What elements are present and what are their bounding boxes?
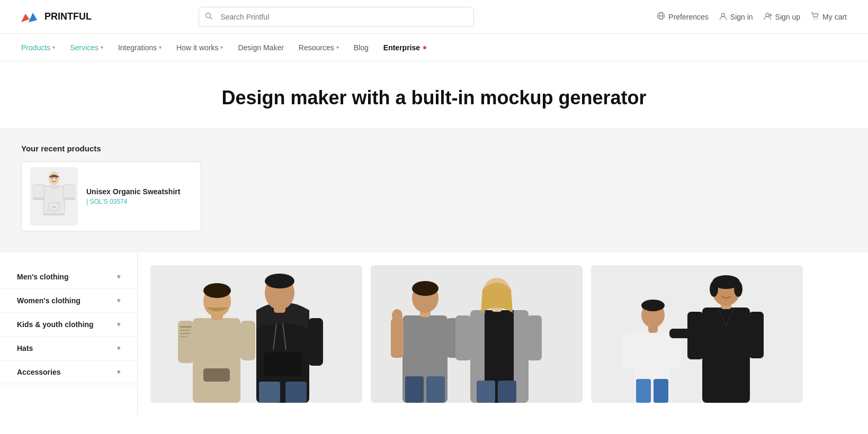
nav-how-it-works[interactable]: How it works ▾	[176, 43, 223, 52]
chevron-down-icon: ▾	[52, 44, 55, 50]
nav-design-maker[interactable]: Design Maker	[238, 43, 283, 52]
sidebar: Men's clothing ▾ Women's clothing ▾ Kids…	[0, 252, 138, 415]
svg-point-85	[734, 281, 742, 297]
nav-enterprise[interactable]: Enterprise	[383, 43, 426, 52]
sidebar-item-kids[interactable]: Kids & youth clothing ▾	[0, 313, 137, 337]
chevron-down-icon: ▾	[101, 44, 103, 50]
svg-rect-48	[285, 382, 307, 403]
chevron-down-icon: ▾	[220, 44, 223, 50]
chevron-down-icon: ▾	[117, 345, 120, 352]
svg-point-14	[817, 19, 818, 20]
logo-text: PRINTFUL	[44, 11, 92, 22]
mens-product-card[interactable]	[150, 265, 362, 403]
sidebar-item-womens[interactable]: Women's clothing ▾	[0, 289, 137, 313]
svg-rect-47	[259, 382, 280, 403]
preferences-button[interactable]: Preferences	[657, 12, 708, 22]
womens-card-image	[371, 265, 583, 403]
header-actions: Preferences Sign in Sign up	[657, 12, 847, 22]
svg-point-23	[55, 206, 56, 208]
mens-card-image	[150, 265, 362, 403]
nav-blog[interactable]: Blog	[354, 43, 369, 52]
svg-rect-16	[33, 185, 44, 200]
sign-up-button[interactable]: Sign up	[764, 12, 800, 22]
svg-point-9	[721, 13, 724, 16]
nav-products[interactable]: Products ▾	[21, 43, 55, 52]
svg-rect-67	[455, 315, 471, 360]
svg-rect-70	[498, 381, 516, 403]
nav-services[interactable]: Services ▾	[70, 43, 103, 52]
search-input[interactable]	[199, 7, 474, 27]
womens-product-card[interactable]	[371, 265, 583, 403]
svg-rect-36	[180, 336, 187, 337]
svg-rect-17	[64, 185, 75, 200]
hero-section: Design maker with a built-in mockup gene…	[0, 61, 868, 128]
svg-rect-18	[33, 197, 44, 200]
svg-point-75	[641, 300, 665, 311]
product-name: Unisex Organic Sweatshirt	[86, 187, 192, 196]
svg-rect-88	[669, 329, 703, 338]
chevron-down-icon: ▾	[117, 368, 120, 376]
svg-point-31	[203, 283, 231, 298]
product-info: Unisex Organic Sweatshirt | SOL'S 03574	[86, 187, 192, 205]
svg-rect-79	[654, 379, 668, 403]
user-icon	[719, 12, 727, 22]
svg-point-84	[710, 281, 718, 297]
product-grid	[138, 252, 868, 415]
chevron-down-icon: ▾	[117, 297, 120, 304]
svg-rect-35	[180, 333, 191, 334]
recent-products-title: Your recent products	[21, 144, 847, 153]
svg-point-25	[51, 178, 52, 179]
sidebar-item-mens[interactable]: Men's clothing ▾	[0, 265, 137, 289]
svg-point-10	[766, 13, 769, 16]
nav-integrations[interactable]: Integrations ▾	[118, 43, 162, 52]
recent-products-section: Your recent products	[0, 128, 868, 252]
hero-title: Design maker with a built-in mockup gene…	[21, 87, 847, 109]
kids-card-image	[591, 265, 803, 403]
svg-rect-68	[527, 315, 542, 360]
svg-rect-28	[193, 318, 240, 403]
cart-label: My cart	[822, 13, 847, 21]
svg-marker-2	[29, 13, 37, 22]
product-sku: | SOL'S 03574	[86, 198, 192, 205]
svg-rect-54	[391, 318, 404, 358]
svg-rect-34	[180, 330, 190, 331]
svg-point-42	[265, 274, 294, 288]
sidebar-item-hats[interactable]: Hats ▾	[0, 337, 137, 360]
products-section: Men's clothing ▾ Women's clothing ▾ Kids…	[0, 252, 868, 415]
svg-rect-57	[405, 376, 424, 403]
recent-product-card[interactable]: Unisex Organic Sweatshirt | SOL'S 03574	[21, 161, 201, 231]
sign-up-label: Sign up	[775, 13, 800, 21]
chevron-down-icon: ▾	[159, 44, 162, 50]
enterprise-dot	[423, 46, 426, 49]
svg-point-56	[392, 309, 402, 322]
svg-rect-37	[240, 321, 255, 360]
preferences-label: Preferences	[668, 13, 708, 21]
nav-resources[interactable]: Resources ▾	[299, 43, 339, 52]
cart-icon	[811, 12, 819, 22]
svg-rect-19	[64, 197, 75, 200]
cart-button[interactable]: My cart	[811, 12, 847, 22]
svg-rect-45	[264, 352, 301, 376]
sign-in-label: Sign in	[730, 13, 753, 21]
main-nav: Products ▾ Services ▾ Integrations ▾ How…	[0, 34, 868, 61]
svg-point-53	[412, 281, 439, 296]
kids-product-card[interactable]	[591, 265, 803, 403]
chevron-down-icon: ▾	[117, 273, 120, 281]
sign-in-button[interactable]: Sign in	[719, 12, 753, 22]
svg-rect-33	[180, 326, 192, 328]
svg-point-26	[56, 178, 57, 179]
search-icon	[205, 12, 212, 22]
svg-rect-46	[308, 318, 323, 366]
sidebar-item-accessories[interactable]: Accessories ▾	[0, 360, 137, 384]
product-thumbnail	[30, 167, 78, 225]
svg-point-13	[814, 19, 815, 20]
globe-icon	[657, 12, 665, 22]
logo[interactable]: PRINTFUL	[21, 10, 92, 24]
svg-line-5	[210, 17, 212, 19]
search-bar	[199, 7, 474, 27]
svg-rect-76	[622, 333, 634, 367]
svg-rect-38	[203, 368, 230, 382]
svg-rect-69	[477, 381, 495, 403]
chevron-down-icon: ▾	[336, 44, 339, 50]
sweatshirt-image	[33, 170, 75, 223]
